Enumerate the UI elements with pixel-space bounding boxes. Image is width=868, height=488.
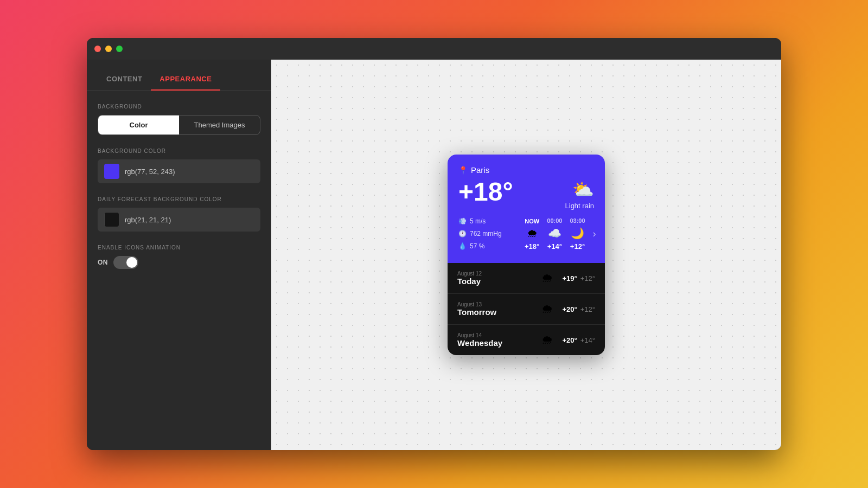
sidebar-body: BACKGROUND Color Themed Images BACKGROUN… [87, 91, 271, 282]
background-section: BACKGROUND Color Themed Images [98, 104, 260, 135]
forecast-date-tomorrow: August 13 Tomorrow [457, 301, 533, 317]
app-window: CONTENT APPEARANCE BACKGROUND Color Them… [87, 38, 781, 450]
forecast-low-2: +14° [580, 336, 595, 344]
forecast-date-label-1: August 13 [457, 301, 533, 307]
forecast-bg-section: DAILY FORECAST BACKGROUND COLOR rgb(21, … [98, 196, 260, 232]
hour-icon-now: 🌧 [527, 227, 538, 240]
hourly-scroll-right[interactable]: › [593, 228, 596, 240]
pressure-stat: 🕐 762 mmHg [458, 230, 518, 237]
weather-description: Light rain [565, 202, 594, 210]
humidity-stat: 💧 57 % [458, 242, 518, 250]
forecast-day-1: Tomorrow [457, 307, 533, 317]
forecast-date-label-2: August 14 [457, 332, 533, 338]
hour-temp-now: +18° [525, 242, 539, 251]
background-toggle-group: Color Themed Images [98, 115, 260, 135]
weather-widget: 📍 Paris +18° ⛅ Light rain [448, 155, 605, 355]
tab-content[interactable]: CONTENT [98, 68, 151, 91]
weather-location: 📍 Paris [458, 165, 594, 175]
forecast-date-label-0: August 12 [457, 271, 533, 277]
humidity-icon: 💧 [458, 242, 467, 250]
bg-color-button[interactable]: Color [98, 115, 179, 134]
forecast-row-tomorrow: August 13 Tomorrow 🌧 +20° +12° [448, 294, 605, 325]
close-button[interactable] [94, 46, 101, 52]
forecast-icon-0: 🌧 [541, 271, 553, 285]
hour-label-00: 00:00 [547, 217, 562, 224]
hour-label-03: 03:00 [570, 217, 585, 224]
animation-state-label: ON [98, 259, 108, 266]
bg-themed-button[interactable]: Themed Images [179, 115, 260, 134]
pressure-value: 762 mmHg [470, 230, 502, 237]
weather-top: 📍 Paris +18° ⛅ Light rain [448, 155, 605, 263]
pressure-icon: 🕐 [458, 230, 467, 237]
background-label: BACKGROUND [98, 104, 260, 110]
weather-main-row: +18° ⛅ Light rain [458, 179, 594, 210]
weather-stats-left: 💨 5 m/s 🕐 762 mmHg 💧 57 % [458, 217, 518, 252]
wind-value: 5 m/s [470, 217, 486, 225]
forecast-low-0: +12° [580, 274, 595, 282]
sidebar: CONTENT APPEARANCE BACKGROUND Color Them… [87, 60, 271, 450]
bg-color-swatch [104, 164, 119, 179]
forecast-date-today: August 12 Today [457, 271, 533, 286]
hour-icon-00: ☁️ [548, 227, 561, 240]
forecast-icon-2: 🌧 [541, 333, 553, 347]
forecast-bg-label: DAILY FORECAST BACKGROUND COLOR [98, 196, 260, 202]
hourly-00: 00:00 ☁️ +14° [547, 217, 562, 251]
weather-main-icon: ⛅ [572, 179, 594, 200]
forecast-day-2: Wednesday [457, 338, 533, 348]
maximize-button[interactable] [116, 46, 123, 52]
forecast-row-wednesday: August 14 Wednesday 🌧 +20° +14° [448, 325, 605, 355]
hour-temp-03: +12° [570, 242, 585, 251]
forecast-high-2: +20° [562, 336, 577, 344]
location-name: Paris [471, 165, 489, 175]
hour-icon-03: 🌙 [571, 227, 584, 240]
humidity-value: 57 % [470, 242, 484, 250]
forecast-icon-1: 🌧 [541, 302, 553, 316]
location-pin-icon: 📍 [458, 166, 468, 175]
minimize-button[interactable] [105, 46, 112, 52]
hourly-03: 03:00 🌙 +12° [570, 217, 585, 251]
preview-area: 📍 Paris +18° ⛅ Light rain [271, 60, 781, 450]
animation-toggle-row: ON [98, 256, 260, 269]
tab-appearance[interactable]: APPEARANCE [151, 68, 220, 91]
forecast-high-0: +19° [562, 274, 577, 282]
wind-stat: 💨 5 m/s [458, 217, 518, 225]
weather-forecast: August 12 Today 🌧 +19° +12° August 13 To… [448, 263, 605, 355]
wind-icon: 💨 [458, 217, 467, 225]
hour-label-now: NOW [525, 218, 539, 224]
forecast-date-wed: August 14 Wednesday [457, 332, 533, 348]
animation-section: ENABLE ICONS ANIMATION ON [98, 245, 260, 269]
forecast-bg-field[interactable]: rgb(21, 21, 21) [98, 208, 260, 232]
weather-icon-area: ⛅ Light rain [565, 179, 594, 210]
animation-label: ENABLE ICONS ANIMATION [98, 245, 260, 251]
weather-temp: +18° [458, 179, 513, 205]
traffic-lights [94, 46, 123, 52]
hourly-section: NOW 🌧 +18° 00:00 ☁️ +14° 03:00 [525, 217, 596, 251]
forecast-high-1: +20° [562, 305, 577, 313]
forecast-bg-value: rgb(21, 21, 21) [125, 216, 171, 224]
bg-color-section: BACKGROUND COLOR rgb(77, 52, 243) [98, 148, 260, 183]
forecast-bg-swatch [104, 212, 119, 227]
tab-bar: CONTENT APPEARANCE [87, 60, 271, 91]
bg-color-value: rgb(77, 52, 243) [125, 168, 175, 176]
bg-color-label: BACKGROUND COLOR [98, 148, 260, 154]
main-content: CONTENT APPEARANCE BACKGROUND Color Them… [87, 60, 781, 450]
title-bar [87, 38, 781, 60]
animation-toggle[interactable] [113, 256, 138, 269]
forecast-temps-2: +20° +14° [562, 336, 595, 344]
forecast-day-0: Today [457, 277, 533, 286]
forecast-low-1: +12° [580, 305, 595, 313]
toggle-knob [126, 257, 137, 268]
hourly-now: NOW 🌧 +18° [525, 218, 539, 251]
bg-color-field[interactable]: rgb(77, 52, 243) [98, 159, 260, 183]
forecast-row-today: August 12 Today 🌧 +19° +12° [448, 263, 605, 294]
forecast-temps-1: +20° +12° [562, 305, 595, 313]
forecast-temps-0: +19° +12° [562, 274, 595, 282]
hour-temp-00: +14° [547, 242, 562, 251]
